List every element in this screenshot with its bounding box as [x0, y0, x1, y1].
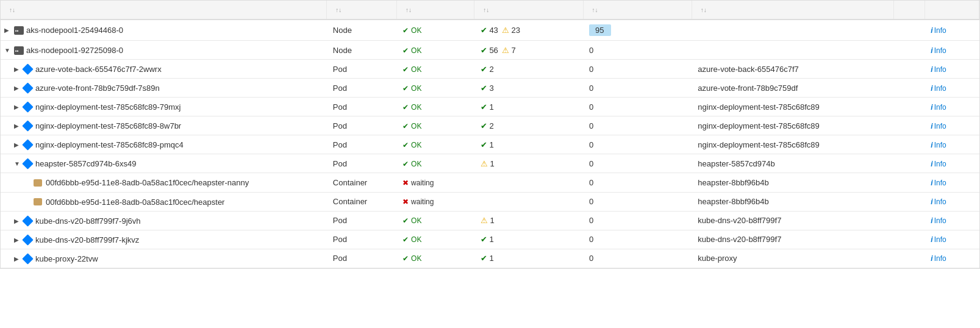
- info-link[interactable]: iInfo: [931, 179, 946, 187]
- children-warn-count: 23: [511, 26, 520, 35]
- table-row: ▼ ▪▪ aks-nodepool1-92725098-0Node✔ OK✔ 5…: [1, 41, 979, 60]
- col-header-name[interactable]: ↑↓: [1, 1, 327, 20]
- cell-dots: [893, 135, 925, 154]
- expand-arrow[interactable]: ▶: [14, 218, 21, 224]
- cell-dots: [893, 60, 925, 79]
- expand-arrow[interactable]: ▶: [4, 27, 12, 34]
- cell-dots: [893, 116, 925, 135]
- cell-status: ✔ OK: [396, 154, 474, 173]
- info-link[interactable]: iInfo: [931, 65, 946, 74]
- cell-kind: Node: [327, 20, 397, 41]
- info-link[interactable]: iInfo: [931, 103, 946, 112]
- info-icon: i: [931, 84, 932, 93]
- status-label: OK: [411, 216, 421, 225]
- cell-metric: 0: [583, 154, 692, 173]
- controller-label: kube-dns-v20-b8ff799f7: [698, 235, 781, 244]
- sort-icon-controller[interactable]: ↑↓: [701, 7, 707, 13]
- cell-controller: kube-dns-v20-b8ff799f7: [692, 211, 893, 230]
- info-link[interactable]: iInfo: [931, 235, 946, 244]
- sort-icon-children[interactable]: ↑↓: [483, 7, 489, 13]
- cell-info: iInfo: [925, 154, 979, 173]
- expand-arrow[interactable]: ▶: [14, 237, 21, 243]
- cell-info: iInfo: [925, 20, 979, 41]
- children-check-icon: ✔: [481, 140, 487, 149]
- expand-arrow[interactable]: ▶: [14, 104, 21, 110]
- info-link[interactable]: iInfo: [931, 46, 946, 55]
- controller-label: heapster-8bbf96b4b: [698, 178, 768, 187]
- main-table-container: ↑↓ ↑↓ ↑↓ ↑↓ ↑↓: [0, 0, 980, 269]
- cell-dots: [893, 41, 925, 60]
- cell-info: iInfo: [925, 230, 979, 249]
- metric-value: 0: [589, 178, 593, 187]
- cell-status: ✔ OK: [396, 230, 474, 249]
- children-check-count: 43: [489, 26, 498, 35]
- col-header-kind[interactable]: ↑↓: [327, 1, 397, 20]
- cell-controller: azure-vote-front-78b9c759df: [692, 79, 893, 98]
- pod-icon: [22, 253, 33, 264]
- info-link[interactable]: iInfo: [931, 160, 946, 168]
- info-link[interactable]: iInfo: [931, 122, 946, 130]
- sort-icon-name[interactable]: ↑↓: [9, 7, 15, 13]
- expand-arrow[interactable]: ▶: [14, 123, 21, 129]
- cell-dots: [893, 211, 925, 230]
- metric-value: 0: [589, 254, 593, 263]
- cell-dots: [893, 20, 925, 41]
- resource-table: ↑↓ ↑↓ ↑↓ ↑↓ ↑↓: [1, 1, 979, 268]
- sort-icon-kind[interactable]: ↑↓: [335, 7, 342, 13]
- info-link[interactable]: iInfo: [931, 216, 946, 225]
- node-icon: ▪▪: [14, 46, 24, 55]
- table-row: ▶nginx-deployment-test-785c68fc89-8w7brP…: [1, 116, 979, 135]
- info-link[interactable]: iInfo: [931, 198, 946, 206]
- col-header-controller[interactable]: ↑↓: [692, 1, 893, 20]
- collapse-arrow[interactable]: ▼: [4, 47, 12, 54]
- expand-arrow[interactable]: ▶: [14, 255, 21, 262]
- status-ok-icon: ✔: [402, 26, 409, 35]
- cell-status: ✔ OK: [396, 135, 474, 154]
- children-check-icon: ✔: [481, 46, 487, 55]
- cell-controller: kube-dns-v20-b8ff799f7: [692, 230, 893, 249]
- table-body: ▶ ▪▪ aks-nodepool1-25494468-0Node✔ OK✔ 4…: [1, 20, 979, 268]
- info-link[interactable]: iInfo: [931, 26, 946, 35]
- row-name-label: kube-dns-v20-b8ff799f7-9j6vh: [35, 216, 141, 226]
- table-row: ▶ ▪▪ aks-nodepool1-25494468-0Node✔ OK✔ 4…: [1, 20, 979, 41]
- collapse-arrow[interactable]: ▼: [14, 160, 21, 167]
- cell-children: ✔ 2: [474, 60, 583, 79]
- cell-name: ▶nginx-deployment-test-785c68fc89-8w7br: [1, 116, 327, 135]
- sort-icon-status[interactable]: ↑↓: [406, 7, 412, 13]
- expand-arrow[interactable]: ▶: [14, 141, 21, 148]
- cell-info: iInfo: [925, 173, 979, 192]
- col-header-children[interactable]: ↑↓: [474, 1, 583, 20]
- cell-dots: [893, 230, 925, 249]
- cell-kind: Pod: [327, 98, 397, 116]
- cell-kind: Pod: [327, 211, 397, 230]
- cell-children: ✔ 1: [474, 249, 583, 268]
- status-label: OK: [411, 26, 421, 35]
- info-link[interactable]: iInfo: [931, 254, 946, 263]
- info-icon: i: [931, 254, 932, 263]
- status-ok-icon: ✔: [402, 65, 409, 74]
- controller-label: heapster-8bbf96b4b: [698, 197, 768, 206]
- sort-icon-metric[interactable]: ↑↓: [592, 7, 598, 13]
- pod-icon: [22, 102, 33, 113]
- col-header-status[interactable]: ↑↓: [396, 1, 474, 20]
- cell-name: ▶kube-dns-v20-b8ff799f7-9j6vh: [1, 211, 327, 230]
- expand-arrow[interactable]: ▶: [14, 66, 21, 73]
- row-name-label: nginx-deployment-test-785c68fc89-79mxj: [35, 102, 181, 112]
- cell-status: ✔ OK: [396, 211, 474, 230]
- info-link[interactable]: iInfo: [931, 84, 946, 93]
- cell-kind: Pod: [327, 135, 397, 154]
- metric-value: 0: [589, 235, 593, 244]
- info-icon: i: [931, 122, 932, 130]
- expand-arrow[interactable]: ▶: [14, 85, 21, 91]
- col-header-metric[interactable]: ↑↓: [583, 1, 692, 20]
- status-error-icon: ✖: [402, 198, 409, 206]
- children-warn-icon: ⚠: [502, 46, 509, 55]
- row-name-label: azure-vote-back-655476c7f7-2wwrx: [35, 65, 162, 74]
- container-icon: [34, 179, 42, 187]
- cell-name: ▼heapster-5857cd974b-6xs49: [1, 154, 327, 173]
- table-row: ▶nginx-deployment-test-785c68fc89-pmqc4P…: [1, 135, 979, 154]
- cell-name: ▶nginx-deployment-test-785c68fc89-79mxj: [1, 98, 327, 116]
- cell-status: ✔ OK: [396, 20, 474, 41]
- info-link[interactable]: iInfo: [931, 141, 946, 149]
- status-label: OK: [411, 141, 421, 149]
